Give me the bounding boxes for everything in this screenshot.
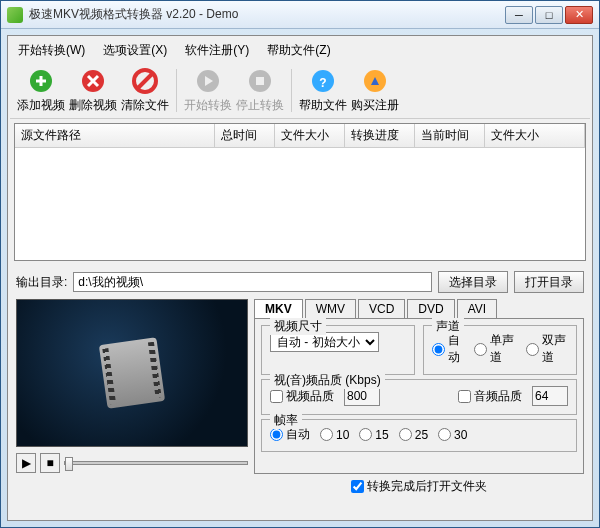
col-progress[interactable]: 转换进度: [345, 124, 415, 147]
audio-auto-radio[interactable]: 自动: [432, 332, 464, 366]
quality-label: 视(音)频品质 (Kbps): [270, 372, 385, 389]
stop-icon: [246, 67, 274, 95]
output-path-input[interactable]: [73, 272, 432, 292]
list-header: 源文件路径 总时间 文件大小 转换进度 当前时间 文件大小: [15, 124, 585, 148]
preview-pane: ▶ ■: [16, 299, 248, 496]
help-icon: ?: [309, 67, 337, 95]
tab-mkv[interactable]: MKV: [254, 299, 303, 318]
svg-rect-5: [256, 77, 264, 85]
fps-25-radio[interactable]: 25: [399, 428, 428, 442]
window-title: 极速MKV视频格式转换器 v2.20 - Demo: [29, 6, 505, 23]
open-dir-button[interactable]: 打开目录: [514, 271, 584, 293]
buy-register-button[interactable]: 购买注册: [350, 67, 400, 114]
close-button[interactable]: ✕: [565, 6, 593, 24]
audio-mono-radio[interactable]: 单声道: [474, 332, 516, 366]
footer: 转换完成后打开文件夹: [254, 474, 584, 496]
settings-pane: MKV WMV VCD DVD AVI 视频尺寸 自动 - 初始大小 声道: [254, 299, 584, 496]
audio-channel-group: 声道 自动 单声道 双声道: [423, 325, 577, 375]
start-icon: [194, 67, 222, 95]
col-filesize[interactable]: 文件大小: [275, 124, 345, 147]
fps-30-radio[interactable]: 30: [438, 428, 467, 442]
maximize-button[interactable]: □: [535, 6, 563, 24]
audio-quality-input[interactable]: [532, 386, 568, 406]
tab-body: 视频尺寸 自动 - 初始大小 声道 自动 单声道 双声道: [254, 318, 584, 474]
app-window: 极速MKV视频格式转换器 v2.20 - Demo ─ □ ✕ 开始转换(W) …: [0, 0, 600, 528]
output-label: 输出目录:: [16, 274, 67, 291]
playback-controls: ▶ ■: [16, 453, 248, 473]
menu-help[interactable]: 帮助文件(Z): [267, 42, 330, 59]
video-size-label: 视频尺寸: [270, 318, 326, 335]
add-video-button[interactable]: 添加视频: [16, 67, 66, 114]
video-size-select[interactable]: 自动 - 初始大小: [270, 332, 379, 352]
menu-register[interactable]: 软件注册(Y): [185, 42, 249, 59]
minimize-button[interactable]: ─: [505, 6, 533, 24]
stop-convert-button[interactable]: 停止转换: [235, 67, 285, 114]
tab-vcd[interactable]: VCD: [358, 299, 405, 318]
delete-video-button[interactable]: 删除视频: [68, 67, 118, 114]
toolbar: 添加视频 删除视频 清除文件 开始转换 停止转换 ? 帮助文件: [10, 63, 590, 119]
titlebar: 极速MKV视频格式转换器 v2.20 - Demo ─ □ ✕: [1, 1, 599, 29]
video-quality-check[interactable]: 视频品质: [270, 388, 334, 405]
fps-label: 帧率: [270, 412, 302, 429]
seek-slider[interactable]: [64, 461, 248, 465]
tab-dvd[interactable]: DVD: [407, 299, 454, 318]
help-file-button[interactable]: ? 帮助文件: [298, 67, 348, 114]
slider-thumb[interactable]: [65, 457, 73, 471]
window-buttons: ─ □ ✕: [505, 6, 593, 24]
add-icon: [27, 67, 55, 95]
video-size-group: 视频尺寸 自动 - 初始大小: [261, 325, 415, 375]
col-outsize[interactable]: 文件大小: [485, 124, 585, 147]
bottom-area: ▶ ■ MKV WMV VCD DVD AVI 视频尺寸: [10, 299, 590, 502]
fps-15-radio[interactable]: 15: [359, 428, 388, 442]
list-body[interactable]: [15, 148, 585, 260]
tab-avi[interactable]: AVI: [457, 299, 497, 318]
audio-stereo-radio[interactable]: 双声道: [526, 332, 568, 366]
svg-text:?: ?: [319, 76, 326, 90]
clear-icon: [131, 67, 159, 95]
choose-dir-button[interactable]: 选择目录: [438, 271, 508, 293]
col-source[interactable]: 源文件路径: [15, 124, 215, 147]
file-list[interactable]: 源文件路径 总时间 文件大小 转换进度 当前时间 文件大小: [14, 123, 586, 261]
fps-group: 帧率 自动 10 15 25 30: [261, 419, 577, 452]
separator: [176, 69, 177, 112]
fps-10-radio[interactable]: 10: [320, 428, 349, 442]
play-button[interactable]: ▶: [16, 453, 36, 473]
clear-files-button[interactable]: 清除文件: [120, 67, 170, 114]
video-quality-input[interactable]: [344, 386, 380, 406]
menubar: 开始转换(W) 选项设置(X) 软件注册(Y) 帮助文件(Z): [10, 38, 590, 63]
separator: [291, 69, 292, 112]
stop-playback-button[interactable]: ■: [40, 453, 60, 473]
audio-quality-check[interactable]: 音频品质: [458, 388, 522, 405]
client-area: 开始转换(W) 选项设置(X) 软件注册(Y) 帮助文件(Z) 添加视频 删除视…: [7, 35, 593, 521]
start-convert-button[interactable]: 开始转换: [183, 67, 233, 114]
open-after-check[interactable]: 转换完成后打开文件夹: [351, 478, 487, 495]
film-icon: [99, 337, 165, 408]
delete-icon: [79, 67, 107, 95]
preview-box: [16, 299, 248, 447]
menu-start[interactable]: 开始转换(W): [18, 42, 85, 59]
col-totaltime[interactable]: 总时间: [215, 124, 275, 147]
audio-label: 声道: [432, 318, 464, 335]
tab-wmv[interactable]: WMV: [305, 299, 356, 318]
quality-group: 视(音)频品质 (Kbps) 视频品质 音频品质: [261, 379, 577, 415]
app-icon: [7, 7, 23, 23]
format-tabs: MKV WMV VCD DVD AVI: [254, 299, 584, 318]
buy-icon: [361, 67, 389, 95]
menu-options[interactable]: 选项设置(X): [103, 42, 167, 59]
output-row: 输出目录: 选择目录 打开目录: [10, 265, 590, 299]
col-curtime[interactable]: 当前时间: [415, 124, 485, 147]
